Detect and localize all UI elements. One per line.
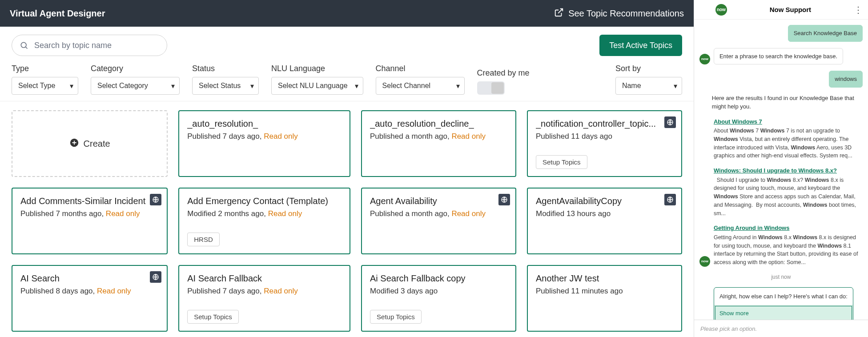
topic-title: Agent Availability	[370, 196, 507, 207]
topic-title: _auto_resolution_decline_	[370, 118, 507, 129]
kb-result-link[interactable]: About Windows 7	[714, 117, 863, 126]
channel-select-value: Select Channel	[382, 82, 431, 90]
topic-title: Add Comments-Similar Incident	[20, 196, 159, 207]
chip-row: Setup Topics	[187, 310, 342, 324]
topic-meta: Modified 13 hours ago	[536, 209, 673, 218]
kb-result-list: About Windows 7 About Windows 7 Windows …	[714, 117, 863, 267]
topic-card[interactable]: Add Emergency Contact (Template)Modified…	[178, 188, 350, 254]
channel-select[interactable]: Select Channel ▾	[376, 77, 465, 95]
topic-meta: Published 7 months ago, Read only	[20, 209, 159, 218]
chat-panel: now Now Support ⋮ Search Knowledge Base …	[694, 0, 868, 337]
globe-icon	[498, 194, 510, 205]
see-recommendations-link[interactable]: See Topic Recommendations	[554, 8, 684, 20]
topic-meta: Published 7 days ago, Read only	[187, 287, 342, 296]
chip-row: Setup Topics	[370, 310, 507, 324]
filters-row: Type Select Type ▾ Category Select Categ…	[0, 60, 694, 101]
topic-meta: Modified 2 months ago, Read only	[187, 209, 342, 218]
topic-title: AI Search	[20, 273, 159, 284]
search-input[interactable]	[12, 35, 167, 56]
topic-chip: Setup Topics	[370, 310, 422, 324]
kb-result: About Windows 7 About Windows 7 Windows …	[714, 117, 863, 160]
kb-result-snippet: Should I upgrade to Windows 8.x? Windows…	[714, 176, 863, 218]
chevron-down-icon: ▾	[171, 82, 175, 90]
bot-avatar-icon: now	[699, 256, 710, 267]
category-select-value: Select Category	[97, 82, 148, 90]
read-only-badge: Read only	[264, 287, 298, 295]
create-topic-card[interactable]: Create	[12, 110, 168, 177]
read-only-badge: Read only	[451, 132, 486, 140]
topic-card[interactable]: AI Search FallbackPublished 7 days ago, …	[178, 265, 350, 332]
plus-circle-icon	[69, 138, 79, 150]
topic-meta: Published 8 days ago, Read only	[20, 287, 159, 296]
chat-input-bar	[694, 320, 868, 337]
created-by-me-toggle[interactable]	[477, 81, 505, 95]
category-select[interactable]: Select Category ▾	[91, 77, 180, 95]
kb-result-link[interactable]: Getting Around in Windows	[714, 224, 863, 233]
user-message-row: windows	[699, 71, 863, 88]
nlu-select[interactable]: Select NLU Language ▾	[271, 77, 363, 95]
chevron-down-icon: ▾	[456, 82, 460, 90]
read-only-badge: Read only	[97, 287, 131, 295]
topic-meta: Published 7 days ago, Read only	[187, 132, 342, 141]
create-label: Create	[84, 139, 110, 149]
topic-card[interactable]: _auto_resolution_Published 7 days ago, R…	[178, 110, 350, 177]
test-active-topics-button[interactable]: Test Active Topics	[599, 35, 682, 56]
topic-card[interactable]: AI SearchPublished 8 days ago, Read only	[12, 265, 168, 332]
filter-label-nlu: NLU Language	[271, 64, 363, 73]
topic-title: AgentAvailabilityCopy	[536, 196, 673, 207]
filter-label-sort: Sort by	[615, 64, 682, 73]
topic-meta: Modified 3 days ago	[370, 287, 507, 296]
globe-icon	[664, 116, 676, 128]
sort-select[interactable]: Name ▾	[615, 77, 682, 95]
search-icon	[20, 41, 28, 50]
status-select-value: Select Status	[199, 82, 241, 90]
bot-avatar-icon: now	[699, 54, 710, 64]
topic-chip: Setup Topics	[187, 310, 239, 324]
kb-result-snippet: About Windows 7 Windows 7 is not an upgr…	[714, 127, 863, 160]
read-only-badge: Read only	[264, 132, 298, 140]
topic-chip: HRSD	[187, 233, 220, 246]
svg-point-1	[21, 42, 26, 48]
chevron-down-icon: ▾	[674, 82, 677, 90]
chevron-down-icon: ▾	[70, 82, 73, 90]
now-logo-icon: now	[715, 4, 727, 16]
topic-card[interactable]: AgentAvailabilityCopyModified 13 hours a…	[527, 188, 682, 254]
topbar: Virtual Agent Designer See Topic Recomme…	[0, 0, 694, 27]
bot-message-row: now Enter a phrase to search the knowled…	[699, 48, 863, 65]
kb-result: Windows: Should I upgrade to Windows 8.x…	[714, 166, 863, 217]
chat-input[interactable]	[700, 325, 862, 332]
topic-card[interactable]: Add Comments-Similar IncidentPublished 7…	[12, 188, 168, 254]
timestamp: just now	[699, 273, 863, 281]
see-recommendations-label: See Topic Recommendations	[568, 8, 684, 19]
topic-grid: Create _auto_resolution_Published 7 days…	[0, 101, 694, 337]
results-intro: Here are the results I found in our Know…	[712, 94, 863, 111]
topic-card[interactable]: _auto_resolution_decline_Published a mon…	[361, 110, 516, 177]
bot-results-row: Here are the results I found in our Know…	[699, 94, 863, 111]
topic-card[interactable]: Another JW testPublished 11 minutes ago	[527, 265, 682, 332]
topic-title: _notification_controller_topic...	[536, 118, 673, 129]
read-only-badge: Read only	[106, 209, 140, 218]
choice-option[interactable]: Show more	[714, 305, 853, 320]
topic-title: Add Emergency Contact (Template)	[187, 196, 342, 207]
chat-brand: Now Support	[731, 6, 849, 13]
status-select[interactable]: Select Status ▾	[192, 77, 259, 95]
topic-card[interactable]: Ai Search Fallback copyModified 3 days a…	[361, 265, 516, 332]
topic-title: AI Search Fallback	[187, 273, 342, 284]
read-only-badge: Read only	[451, 209, 486, 218]
type-select[interactable]: Select Type ▾	[12, 77, 78, 95]
topic-meta: Published a month ago, Read only	[370, 209, 507, 218]
search-row: Test Active Topics	[0, 27, 694, 60]
filter-label-status: Status	[192, 64, 259, 73]
topic-card[interactable]: Agent AvailabilityPublished a month ago,…	[361, 188, 516, 254]
topic-title: Another JW test	[536, 273, 673, 284]
topic-title: _auto_resolution_	[187, 118, 342, 129]
topic-meta: Published 11 days ago	[536, 132, 673, 141]
kb-result-link[interactable]: Windows: Should I upgrade to Windows 8.x…	[714, 166, 863, 175]
type-select-value: Select Type	[18, 82, 55, 90]
kebab-menu-icon[interactable]: ⋮	[854, 4, 863, 15]
user-message-row: Search Knowledge Base	[699, 25, 863, 42]
topic-card[interactable]: _notification_controller_topic...Publish…	[527, 110, 682, 177]
bot-bubble: Enter a phrase to search the knowledge b…	[714, 48, 843, 65]
external-link-icon	[554, 8, 564, 20]
globe-icon	[150, 271, 161, 283]
